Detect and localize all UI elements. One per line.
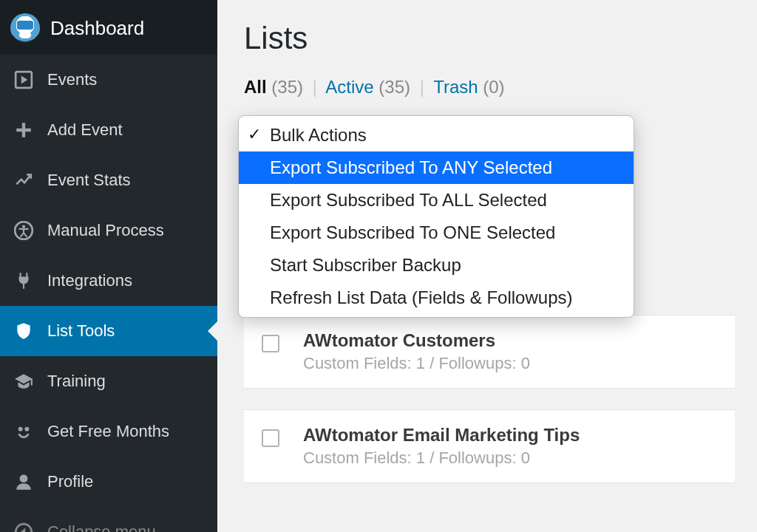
user-icon — [10, 468, 37, 495]
dropdown-option-start-backup[interactable]: Start Subscriber Backup — [239, 249, 634, 282]
filter-separator: | — [308, 77, 322, 97]
sidebar-item-profile[interactable]: Profile — [0, 457, 217, 507]
page-title: Lists — [244, 21, 735, 56]
plus-icon — [10, 117, 37, 143]
sidebar-item-list-tools[interactable]: List Tools — [0, 306, 217, 356]
list-title[interactable]: AWtomator Customers — [303, 330, 717, 351]
sidebar-item-label: Get Free Months — [47, 422, 169, 441]
admin-sidebar: Dashboard Events Add Event Event Stats M… — [0, 0, 217, 532]
smile-icon — [10, 418, 37, 445]
sidebar-item-label: Manual Process — [47, 221, 164, 240]
svg-rect-3 — [16, 129, 31, 132]
filter-count: (35) — [271, 77, 303, 97]
list-row[interactable]: AWtomator Customers Custom Fields: 1 / F… — [244, 315, 735, 389]
sidebar-item-dashboard[interactable]: Dashboard — [0, 0, 217, 55]
sidebar-item-label: Training — [47, 372, 106, 391]
svg-point-7 — [26, 428, 28, 430]
sidebar-item-manual-process[interactable]: Manual Process — [0, 205, 217, 256]
list-row[interactable]: AWtomator Email Marketing Tips Custom Fi… — [244, 409, 735, 483]
stats-icon — [10, 167, 37, 194]
svg-marker-10 — [21, 528, 26, 532]
active-arrow-icon — [208, 321, 218, 341]
filter-count: (35) — [378, 77, 410, 97]
sidebar-item-integrations[interactable]: Integrations — [0, 256, 217, 306]
sidebar-item-label: Integrations — [47, 271, 132, 290]
list-meta: Custom Fields: 1 / Followups: 0 — [303, 354, 717, 373]
filter-trash[interactable]: Trash (0) — [433, 77, 504, 97]
filter-label: Active — [325, 77, 373, 97]
list-filters: All (35) | Active (35) | Trash (0) — [244, 77, 735, 98]
sidebar-item-label: Events — [47, 70, 97, 89]
avatar-logo-icon — [10, 13, 40, 43]
sidebar-item-label: Dashboard — [50, 17, 144, 40]
filter-label: Trash — [433, 77, 478, 97]
row-checkbox[interactable] — [262, 335, 279, 352]
dropdown-option-export-all[interactable]: Export Subscribed To ALL Selected — [239, 184, 634, 216]
sidebar-item-label: Collapse menu — [47, 522, 156, 532]
row-content: AWtomator Email Marketing Tips Custom Fi… — [303, 425, 717, 468]
row-content: AWtomator Customers Custom Fields: 1 / F… — [303, 330, 717, 373]
graduation-icon — [10, 368, 37, 395]
dropdown-option-refresh-data[interactable]: Refresh List Data (Fields & Followups) — [239, 282, 634, 314]
filter-all[interactable]: All (35) — [244, 77, 308, 97]
svg-point-6 — [19, 428, 21, 430]
sidebar-item-training[interactable]: Training — [0, 356, 217, 406]
plug-icon — [10, 267, 37, 294]
sidebar-item-event-stats[interactable]: Event Stats — [0, 155, 217, 205]
play-icon — [10, 66, 37, 93]
sidebar-item-label: Profile — [47, 472, 93, 491]
accessibility-icon — [10, 217, 37, 244]
dropdown-option-export-any[interactable]: Export Subscribed To ANY Selected — [239, 151, 634, 184]
sidebar-item-label: List Tools — [47, 321, 115, 341]
svg-point-5 — [22, 225, 25, 228]
row-checkbox[interactable] — [262, 429, 279, 447]
list-title[interactable]: AWtomator Email Marketing Tips — [303, 425, 717, 446]
filter-separator: | — [415, 77, 429, 97]
svg-point-8 — [20, 474, 28, 482]
dropdown-option-bulk-actions[interactable]: Bulk Actions — [239, 119, 634, 151]
dropdown-option-export-one[interactable]: Export Subscribed To ONE Selected — [239, 216, 634, 249]
collapse-icon — [10, 519, 37, 532]
sidebar-item-label: Event Stats — [47, 171, 131, 190]
lists-panel: AWtomator Customers Custom Fields: 1 / F… — [244, 315, 735, 483]
sidebar-item-add-event[interactable]: Add Event — [0, 105, 217, 155]
sidebar-item-get-free-months[interactable]: Get Free Months — [0, 406, 217, 457]
sidebar-item-collapse[interactable]: Collapse menu — [0, 507, 217, 532]
filter-count: (0) — [483, 77, 504, 97]
main-content: Lists All (35) | Active (35) | Trash (0)… — [217, 0, 757, 532]
sidebar-item-label: Add Event — [47, 120, 123, 140]
filter-active[interactable]: Active (35) — [325, 77, 415, 97]
svg-marker-1 — [21, 76, 28, 84]
sidebar-item-events[interactable]: Events — [0, 55, 217, 105]
list-meta: Custom Fields: 1 / Followups: 0 — [303, 449, 717, 468]
shield-icon — [10, 318, 37, 344]
bulk-actions-dropdown[interactable]: Bulk Actions Export Subscribed To ANY Se… — [238, 115, 634, 318]
filter-label: All — [244, 77, 267, 97]
